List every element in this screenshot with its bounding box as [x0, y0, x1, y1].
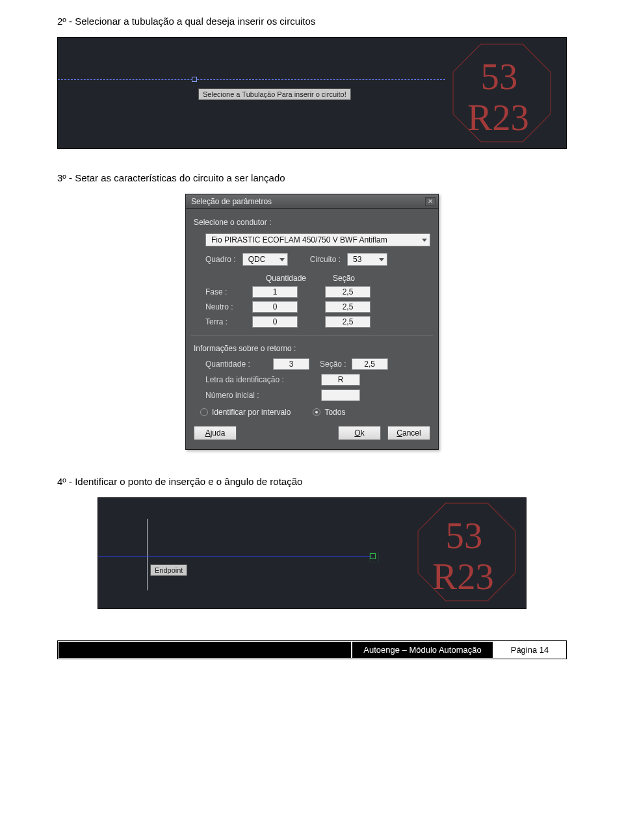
radio-all-label: Todos — [324, 408, 345, 417]
cursor-vertical — [147, 519, 148, 590]
help-rest: juda — [211, 428, 226, 438]
radio-icon — [313, 408, 320, 416]
ret-sec-label: Seção : — [320, 360, 346, 369]
neutro-qty-input[interactable] — [252, 301, 298, 313]
radio-interval-label: Identificar por intervalo — [212, 408, 291, 417]
chevron-down-icon — [422, 239, 427, 242]
octagon-symbol: 53 R23 — [449, 40, 554, 146]
ret-num-input[interactable] — [321, 389, 360, 401]
chevron-down-icon — [280, 258, 285, 261]
neutro-label: Neutro : — [205, 302, 246, 311]
footer-title: Autoenge – Módulo Automação — [351, 642, 494, 658]
terra-label: Terra : — [205, 317, 246, 326]
ret-sec-input[interactable] — [352, 358, 388, 370]
footer-left — [58, 642, 351, 658]
radio-interval[interactable]: Identificar por intervalo — [200, 408, 291, 417]
fase-sec-input[interactable] — [325, 286, 370, 298]
retorno-title: Informações sobre o retorno : — [194, 344, 430, 353]
conductor-value: Fio PIRASTIC ECOFLAM 450/750 V BWF Antif… — [211, 235, 387, 244]
oct-top-text: 53 — [446, 515, 483, 556]
tubulacao-line — [98, 557, 371, 557]
quadro-combo[interactable]: QDC — [242, 253, 288, 266]
oct-bot-text: R23 — [467, 97, 529, 138]
cad-screenshot-2: Endpoint 53 R23 — [98, 497, 526, 609]
ret-letter-input[interactable] — [321, 374, 360, 386]
footer-page: Página 14 — [494, 642, 566, 658]
cad-tooltip-endpoint: Endpoint — [150, 564, 187, 576]
ret-num-label: Número inicial : — [205, 391, 316, 400]
ret-qty-input[interactable] — [273, 358, 309, 370]
parameters-dialog: Seleção de parâmetros ✕ Selecione o cond… — [185, 194, 439, 450]
selection-grip — [192, 77, 197, 82]
selected-polyline — [58, 79, 445, 80]
help-button[interactable]: Ajuda — [194, 426, 237, 440]
circuito-combo[interactable]: 53 — [347, 253, 387, 266]
quadro-label: Quadro : — [205, 255, 236, 264]
col-quantidade: Quantidade — [257, 274, 315, 283]
dialog-title: Seleção de parâmetros — [191, 197, 272, 206]
step-4-heading: 4º - Identificar o ponto de inserção e o… — [57, 476, 567, 487]
circuito-label: Circuito : — [310, 255, 341, 264]
col-secao: Seção — [321, 274, 367, 283]
radio-icon — [200, 408, 208, 416]
radio-all[interactable]: Todos — [313, 408, 345, 417]
ret-letter-label: Letra da identificação : — [205, 375, 316, 384]
page-footer: Autoenge – Módulo Automação Página 14 — [57, 640, 567, 659]
cad-screenshot-1: Selecione a Tubulação Para inserir o cir… — [57, 37, 567, 149]
quadro-value: QDC — [248, 255, 266, 264]
divider — [191, 335, 433, 336]
fase-qty-input[interactable] — [252, 286, 298, 298]
endpoint-marker — [370, 553, 376, 559]
fase-label: Fase : — [205, 287, 246, 296]
octagon-symbol: 53 R23 — [414, 499, 519, 605]
circuito-value: 53 — [353, 255, 361, 264]
conductor-combo[interactable]: Fio PIRASTIC ECOFLAM 450/750 V BWF Antif… — [205, 233, 430, 246]
ret-qty-label: Quantidade : — [205, 360, 268, 369]
chevron-down-icon — [379, 258, 384, 261]
select-conductor-label: Selecione o condutor : — [194, 218, 430, 227]
neutro-sec-input[interactable] — [325, 301, 370, 313]
dialog-titlebar: Seleção de parâmetros ✕ — [186, 194, 438, 209]
cancel-button[interactable]: Cancel — [387, 426, 430, 440]
step-3-heading: 3º - Setar as características do circuit… — [57, 172, 567, 183]
ok-button[interactable]: Ok — [338, 426, 381, 440]
terra-sec-input[interactable] — [325, 316, 370, 328]
oct-bot-text: R23 — [432, 556, 494, 597]
oct-top-text: 53 — [481, 56, 518, 97]
step-2-heading: 2º - Selecionar a tubulação a qual desej… — [57, 16, 567, 27]
cad-tooltip: Selecione a Tubulação Para inserir o cir… — [198, 88, 351, 100]
close-icon[interactable]: ✕ — [425, 197, 436, 206]
terra-qty-input[interactable] — [252, 316, 298, 328]
